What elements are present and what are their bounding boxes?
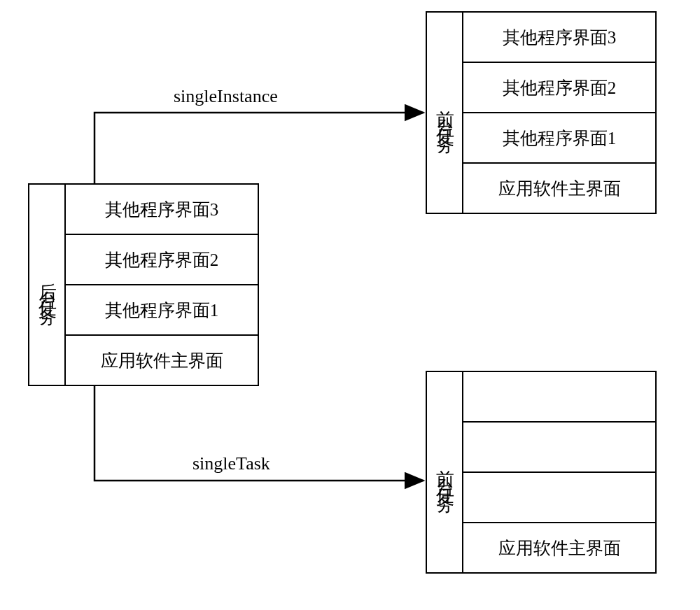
stack-row: 其他程序界面2 — [66, 235, 258, 285]
stack-row: 其他程序界面3 — [463, 13, 655, 63]
stack-row-empty — [463, 473, 655, 523]
foreground-task-label: 前台任务 — [435, 455, 454, 489]
stack-row: 其他程序界面2 — [463, 63, 655, 113]
stack-row: 其他程序界面1 — [66, 285, 258, 336]
foreground-task-stack-bottom: 应用软件主界面 — [463, 372, 655, 572]
foreground-task-box-bottom: 前台任务 应用软件主界面 — [426, 371, 657, 574]
stack-row: 应用软件主界面 — [463, 523, 655, 572]
background-task-label-col: 后台任务 — [29, 185, 66, 385]
background-task-box: 后台任务 其他程序界面3 其他程序界面2 其他程序界面1 应用软件主界面 — [28, 183, 259, 386]
foreground-task-box-top: 前台任务 其他程序界面3 其他程序界面2 其他程序界面1 应用软件主界面 — [426, 11, 657, 214]
stack-row-empty — [463, 372, 655, 423]
foreground-task-label-col: 前台任务 — [427, 372, 463, 572]
foreground-task-stack-top: 其他程序界面3 其他程序界面2 其他程序界面1 应用软件主界面 — [463, 13, 655, 213]
arrow-label-bottom: singleTask — [192, 453, 270, 474]
foreground-task-label: 前台任务 — [435, 96, 454, 129]
foreground-task-label-col: 前台任务 — [427, 13, 463, 213]
background-task-label: 后台任务 — [38, 268, 56, 302]
stack-row-empty — [463, 423, 655, 473]
arrow-label-top: singleInstance — [174, 86, 278, 107]
stack-row: 应用软件主界面 — [463, 164, 655, 213]
arrow-single-instance — [94, 113, 424, 183]
stack-row: 其他程序界面1 — [463, 113, 655, 164]
background-task-stack: 其他程序界面3 其他程序界面2 其他程序界面1 应用软件主界面 — [66, 185, 258, 385]
stack-row: 应用软件主界面 — [66, 336, 258, 385]
stack-row: 其他程序界面3 — [66, 185, 258, 235]
